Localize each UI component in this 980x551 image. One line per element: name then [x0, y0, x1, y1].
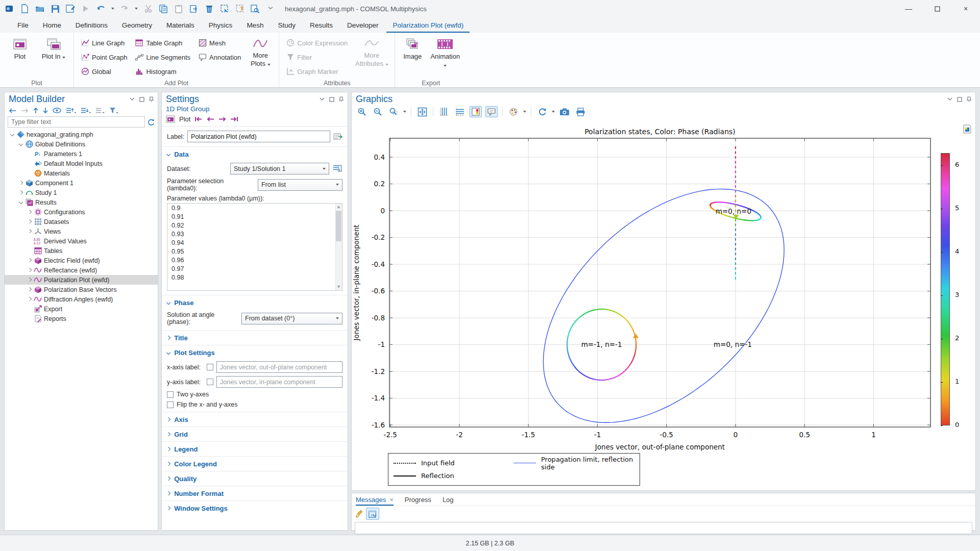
parameter-value-item[interactable]: 0.98	[167, 273, 342, 282]
animation-button[interactable]: Animation	[429, 36, 461, 78]
tree-item-default-model-inputs[interactable]: Default Model Inputs	[5, 159, 158, 168]
forward-icon[interactable]	[21, 108, 29, 113]
tree-expand-icon[interactable]	[26, 288, 33, 291]
tree-item-configurations[interactable]: Configurations	[5, 207, 158, 217]
graphics-context-icon[interactable]	[962, 124, 972, 134]
point-graph-button[interactable]: Point Graph	[79, 51, 129, 63]
plot-in-button[interactable]: Plot In	[39, 36, 68, 78]
new-file-button[interactable]	[19, 4, 30, 14]
section-color-legend[interactable]: Color Legend	[162, 456, 348, 471]
tree-item-tables[interactable]: Tables	[5, 246, 158, 256]
tree-expand-icon[interactable]	[17, 201, 24, 204]
paste-button[interactable]	[174, 4, 184, 14]
tree-item-electric-field-ewfd-[interactable]: Electric Field (ewfd)	[5, 256, 158, 265]
section-axis[interactable]: Axis	[162, 412, 348, 427]
filter-tree-icon[interactable]	[109, 107, 118, 114]
two-y-axes-checkbox[interactable]	[167, 391, 174, 398]
section-legend[interactable]: Legend	[162, 441, 348, 456]
zoom-extents-icon[interactable]	[416, 106, 428, 117]
expand-all-icon[interactable]	[81, 107, 91, 114]
tree-item-global-definitions[interactable]: Global Definitions	[5, 139, 158, 149]
annotation-toggle-icon[interactable]	[485, 106, 498, 117]
print-icon[interactable]	[574, 106, 586, 117]
ribbon-tab-definitions[interactable]: Definitions	[69, 19, 114, 33]
y-grid-icon[interactable]	[454, 106, 466, 117]
messages-tab-log[interactable]: Log	[443, 496, 454, 506]
close-tab-icon[interactable]: ×	[389, 496, 394, 504]
tree-expand-icon[interactable]	[9, 133, 16, 136]
maximize-button[interactable]	[923, 0, 951, 17]
parameter-value-item[interactable]: 0.97	[167, 264, 342, 273]
tree-expand-icon[interactable]	[26, 268, 33, 271]
float-panel-icon[interactable]	[957, 97, 962, 102]
dataset-select[interactable]: Study 1/Solution 1	[230, 163, 329, 174]
open-button[interactable]	[35, 4, 45, 14]
redo-button[interactable]	[119, 4, 130, 14]
color-legend-toggle-icon[interactable]	[470, 106, 482, 117]
ribbon-tab-home[interactable]: Home	[37, 19, 67, 33]
section-data[interactable]: Data	[162, 146, 348, 161]
parameter-value-item[interactable]: 0.93	[167, 230, 342, 238]
ribbon-tab-mesh[interactable]: Mesh	[240, 19, 270, 33]
dataset-attributes-icon[interactable]	[332, 164, 342, 173]
section-phase[interactable]: Phase	[162, 295, 348, 310]
messages-tab-messages[interactable]: Messages×	[356, 496, 394, 506]
y-axis-label-input[interactable]	[216, 376, 342, 388]
float-panel-icon[interactable]	[329, 97, 334, 102]
rename-icon[interactable]	[333, 133, 342, 140]
section-plot-settings[interactable]: Plot Settings	[162, 345, 348, 360]
pin-panel-icon[interactable]	[149, 96, 154, 102]
pin-panel-icon[interactable]	[339, 96, 344, 102]
tree-item-study-1[interactable]: Study 1	[5, 188, 158, 197]
parameter-value-item[interactable]: 0.92	[167, 221, 342, 230]
section-title[interactable]: Title	[162, 330, 348, 345]
collapse-panel-icon[interactable]	[947, 97, 952, 101]
section-number-format[interactable]: Number Format	[162, 486, 348, 500]
refresh-filter-icon[interactable]	[147, 118, 155, 126]
close-button[interactable]: ×	[951, 0, 980, 17]
zoom-box-icon[interactable]	[387, 106, 400, 117]
collapse-panel-icon[interactable]	[320, 97, 325, 101]
tree-expand-icon[interactable]	[26, 220, 33, 223]
delete-button[interactable]	[204, 4, 214, 14]
back-icon[interactable]	[9, 108, 16, 113]
tree-expand-icon[interactable]	[26, 259, 33, 262]
tree-item-parameters-1[interactable]: PiParameters 1	[5, 149, 158, 159]
tree-expand-icon[interactable]	[26, 230, 33, 233]
label-input[interactable]	[187, 131, 330, 142]
tree-item-views[interactable]: Views	[5, 227, 158, 236]
save-button[interactable]	[50, 4, 60, 14]
ribbon-tab-file[interactable]: File	[11, 19, 35, 33]
zoom-out-icon[interactable]	[372, 106, 384, 117]
ribbon-tab-study[interactable]: Study	[272, 19, 302, 33]
float-panel-icon[interactable]	[139, 97, 144, 102]
refresh-plot-icon[interactable]	[536, 106, 548, 117]
cut-button[interactable]	[143, 4, 153, 14]
tree-item-materials[interactable]: Materials	[5, 168, 158, 178]
scrollbar-thumb[interactable]	[336, 211, 341, 241]
parameter-values-listbox[interactable]: ▲ ▼ 0.90.910.920.930.940.950.960.970.98	[167, 203, 342, 291]
table-graph-button[interactable]: Table Graph	[133, 37, 192, 49]
flip-axes-checkbox[interactable]	[167, 402, 174, 408]
tree-filter-input[interactable]	[8, 116, 145, 128]
undo-caret[interactable]	[111, 8, 114, 10]
find-button[interactable]	[250, 4, 260, 14]
parameter-value-item[interactable]: 0.94	[167, 238, 342, 247]
plot-previous-icon[interactable]	[207, 116, 214, 122]
tree-item-component-1[interactable]: Component 1	[5, 178, 158, 188]
image-button[interactable]: Image	[400, 36, 425, 78]
pin-panel-icon[interactable]	[967, 96, 971, 102]
x-axis-label-input[interactable]	[216, 361, 342, 373]
tree-item-diffraction-angles-ewfd-[interactable]: Diffraction Angles (ewfd)	[5, 294, 158, 304]
tree-item-reflectance-ewfd-[interactable]: Reflectance (ewfd)	[5, 265, 158, 275]
clear-selection-button[interactable]	[235, 4, 245, 14]
section-window-settings[interactable]: Window Settings	[162, 500, 348, 515]
tree-item-datasets[interactable]: Datasets	[5, 217, 158, 227]
tree-item-polarization-plot-ewfd-[interactable]: Polarization Plot (ewfd)	[5, 275, 158, 285]
palette-options-caret[interactable]	[523, 111, 526, 113]
select-region-button[interactable]	[219, 4, 230, 14]
line-segments-button[interactable]: Line Segments	[133, 51, 192, 63]
scroll-up-icon[interactable]: ▲	[336, 205, 341, 209]
collapse-all-icon[interactable]	[66, 107, 76, 114]
duplicate-button[interactable]	[189, 4, 199, 14]
